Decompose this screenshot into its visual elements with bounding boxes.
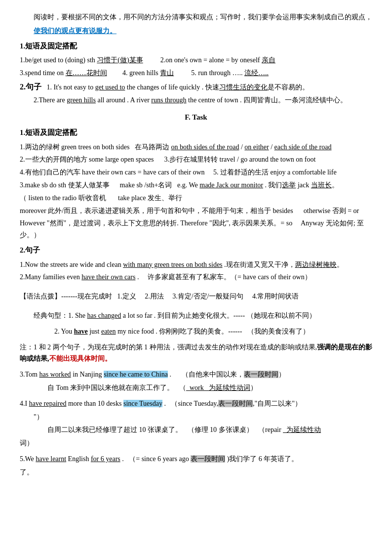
example4-quote: "） [20, 411, 372, 423]
idiom5-underline: 流经….. [244, 69, 269, 77]
cs2-have: have [74, 328, 88, 335]
s2-i1-u2: on either [244, 143, 269, 151]
intro-line2: 使我们的观点更有说服力。 [20, 25, 372, 37]
section1-item1: 1.be/get used to (doing) sth 习惯于(做)某事 2.… [20, 54, 372, 66]
section2-s1: 1.Now the streets are wide and clean wit… [20, 259, 372, 271]
section1-title: 1.短语及固定搭配 [20, 40, 372, 53]
section2-item4: 3.make sb do sth 使某人做某事 make sb /sth+名词 … [20, 179, 372, 191]
s2-i4-u1: made Jack our monitor [199, 181, 263, 189]
s2-s1-u2: 两边绿树掩映 [295, 261, 337, 268]
example4-line3: 词） [20, 437, 372, 449]
section2-item6: moreover 此外/而且，表示递进逻辑关系，用于句首和句中，不能用于句末，相… [20, 205, 372, 217]
s2-i1-u1: on both sides of the road [171, 143, 239, 151]
section2-item7: However "然而"，是过渡词，表示上下文意思的转折. Therefore … [20, 217, 372, 241]
intro-blue-text: 使我们的观点更有说服力。 [34, 27, 117, 35]
s2-i4-u2: 选举 [282, 181, 296, 189]
grammar-title: 【语法点拨】-------现在完成时 1.定义 2.用法 3.肯定/否定/一般疑… [20, 291, 372, 302]
intro-section: 阅读时，要根据不同的文体，用不同的方法分清事实和观点；写作时，我们要学会运用事实… [20, 11, 372, 37]
s2-i1-u3: each side of the road [274, 143, 332, 151]
classic-sentences: 经典句型：1. She has changed a lot so far . 到… [20, 310, 372, 338]
s2-i4-u3: 当班长 [311, 181, 332, 189]
e4-verb: have repaired [29, 400, 67, 407]
intro-line1: 阅读时，要根据不同的文体，用不同的方法分清事实和观点；写作时，我们要学会运用事实… [20, 11, 372, 23]
cs2-eaten: eaten [101, 328, 116, 335]
classic-s2: 2. You have just eaten my nice food . 你刚… [54, 326, 372, 338]
e5-verb: have learnt [36, 455, 66, 463]
section1-item2: 3.spend time on 在……花时间 4. green hills 青山… [20, 67, 372, 79]
s1-s2-underline2: runs through [151, 96, 186, 104]
example5: 5.We have learnt English for 6 years . （… [20, 453, 372, 478]
grammar-section: 【语法点拨】-------现在完成时 1.定义 2.用法 3.肯定/否定/一般疑… [20, 287, 372, 306]
e3-highlight2: 表一段时间 [244, 371, 278, 378]
task-f-title: F. Task [20, 111, 372, 124]
section1-sentence2: 2.There are green hills all around . A r… [20, 94, 372, 106]
section1: 1.短语及固定搭配 1.be/get used to (doing) sth 习… [20, 40, 372, 106]
section1-sentence-num: 2.句子 [20, 83, 41, 91]
section2-item3: 4.有他们自己的汽车 have their own cars = have ca… [20, 167, 372, 178]
section2-s2: 2.Many families even have their own cars… [20, 271, 372, 283]
e4-repair-underline: _为延续性动 [283, 426, 321, 433]
s2-s2-u1: have their own cars [81, 273, 135, 281]
idiom4-underline: 青山 [160, 69, 174, 77]
section1-sentence-label: 2.句子 1. It's not easy to get used to the… [20, 80, 372, 93]
example5-line2: 了。 [20, 467, 372, 478]
s1-s2-underline1: green hills [67, 96, 96, 104]
example4-line1: 4.I have repaired more than 10 desks sin… [20, 398, 372, 410]
note-text: 注：1 和 2 两个句子，为现在完成时的第 1 种用法，强调过去发生的动作对现在… [20, 342, 372, 365]
s2-s1-u1: with many green trees on both sides [123, 261, 222, 268]
section2-item2: 2.一些大的开阔的地方 some large open spaces 3.步行在… [20, 154, 372, 166]
cs1-verb: has changed [87, 312, 121, 319]
section2-title: 1.短语及固定搭配 [20, 127, 372, 139]
e3-verb: has worked [39, 371, 71, 378]
e4-highlight1: since Tuesday [123, 400, 162, 407]
s1-underline1: get used to [95, 84, 125, 91]
example3-line1: 3.Tom has worked in Nanjing since he cam… [20, 369, 372, 381]
section2-item1: 1.两边的绿树 green trees on both sides 在马路两边 … [20, 141, 372, 153]
section2: 1.短语及固定搭配 1.两边的绿树 green trees on both si… [20, 127, 372, 241]
e5-years: for 6 years [91, 455, 120, 463]
idiom2-underline: 亲自 [262, 56, 275, 64]
e5-highlight: 表一段时间 [191, 455, 225, 463]
note-red: 不能出现具体时间。 [49, 355, 112, 362]
task-f-section: F. Task [20, 111, 372, 124]
idiom3-underline: 在……花时间 [66, 69, 107, 77]
e3-work-underline: _work _为延续性动词 [186, 384, 250, 391]
example5-line1: 5.We have learnt English for 6 years . （… [20, 453, 372, 465]
e4-highlight2: 表一段时间 [218, 400, 253, 407]
s1-underline2: 习惯生活的变化 [219, 84, 268, 91]
e3-highlight1: since he came to China [104, 371, 168, 378]
example3: 3.Tom has worked in Nanjing since he cam… [20, 369, 372, 394]
section2-sentences-title: 2.句子 [20, 244, 372, 257]
note-section: 注：1 和 2 两个句子，为现在完成时的第 1 种用法，强调过去发生的动作对现在… [20, 342, 372, 365]
section2-item5: （ listen to the radio 听收音机 take place 发生… [20, 192, 372, 204]
idiom1-underline: 习惯于(做)某事 [97, 56, 143, 64]
section2-sentences: 2.句子 1.Now the streets are wide and clea… [20, 244, 372, 283]
example3-line2: 自 Tom 来到中国以来他就在南京工作了。 （_work _为延续性动词） [20, 382, 372, 394]
note-bold: 强调的是现在的影响或结果,不能出现具体时间。 [20, 343, 372, 363]
example4: 4.I have repaired more than 10 desks sin… [20, 398, 372, 449]
example4-line2: 自周二以来我已经修理了超过 10 张课桌了。 （修理 10 多张课桌） （rep… [20, 424, 372, 436]
classic-s1: 经典句型：1. She has changed a lot so far . 到… [34, 310, 372, 322]
